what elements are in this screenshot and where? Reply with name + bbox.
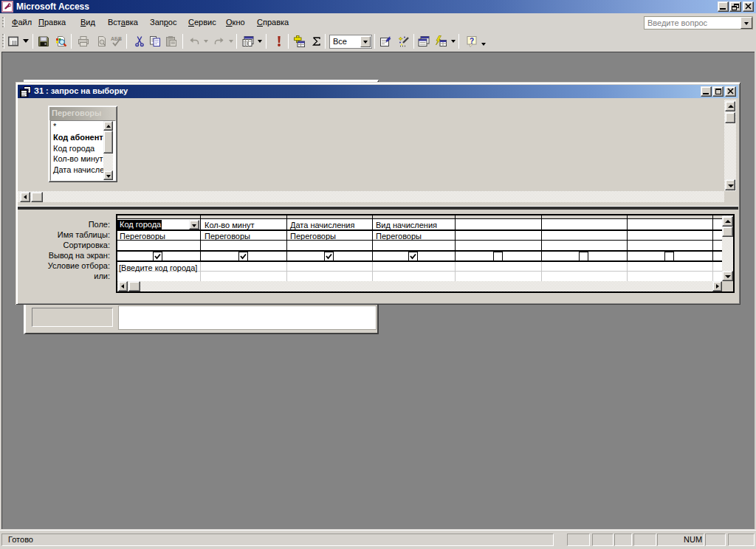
svg-text:?: ?	[470, 37, 474, 45]
